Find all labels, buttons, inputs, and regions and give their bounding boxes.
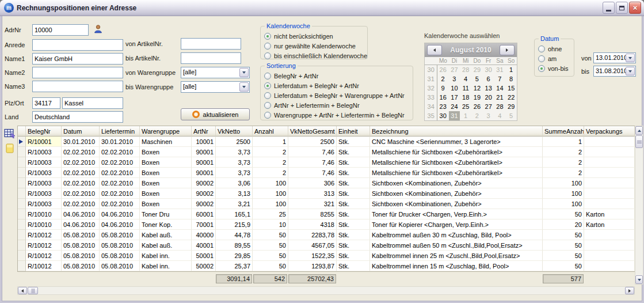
table-row[interactable]: R/1001004.06.201004.06.2010Toner Kop.700… bbox=[18, 219, 635, 230]
cell-einheit[interactable]: Stk. bbox=[337, 137, 370, 147]
cell-einheit[interactable]: Stk. bbox=[337, 251, 370, 261]
calendar-day[interactable]: 16 bbox=[437, 93, 449, 102]
name3-input[interactable] bbox=[32, 81, 123, 92]
radio-button-icon[interactable] bbox=[538, 46, 545, 52]
calendar-day[interactable]: 7 bbox=[494, 74, 506, 84]
cell-anzahl[interactable]: 50 bbox=[253, 240, 288, 251]
cell-liefertermin[interactable]: 30.01.2010 bbox=[100, 137, 140, 147]
sortierung-radio-4[interactable]: Warengruppe + ArtNr + Liefertermin + Bel… bbox=[264, 110, 413, 120]
calendar-day[interactable]: 29 bbox=[505, 102, 517, 111]
grid-view-tool-icon[interactable] bbox=[4, 128, 16, 138]
cell-summeanzahl[interactable]: 100 bbox=[543, 188, 584, 199]
cell-summeanzahl[interactable]: 2 bbox=[543, 157, 584, 168]
minimize-button[interactable] bbox=[603, 2, 615, 14]
cell-vknettogesamt[interactable]: 7,46 bbox=[288, 168, 337, 178]
cell-anzahl[interactable]: 25 bbox=[253, 209, 288, 219]
row-selector-cell[interactable] bbox=[18, 219, 26, 230]
cell-datum[interactable]: 02.02.2010 bbox=[62, 188, 100, 199]
calendar-day[interactable]: 30 bbox=[483, 65, 494, 74]
bis-date-select[interactable]: 31.08.2010 bbox=[593, 66, 636, 77]
cell-vknetto[interactable]: 3,13 bbox=[216, 188, 253, 199]
cell-liefertermin[interactable]: 05.08.2010 bbox=[100, 230, 140, 240]
calendar-day[interactable]: 6 bbox=[483, 74, 494, 84]
cell-einheit[interactable]: Stk. bbox=[337, 157, 370, 168]
cell-liefertermin[interactable]: 05.08.2010 bbox=[100, 240, 140, 251]
cell-belegnr[interactable]: R/10003 bbox=[26, 199, 62, 209]
calendar-week-number[interactable]: 34 bbox=[425, 102, 437, 111]
cell-belegnr[interactable]: R/10003 bbox=[26, 188, 62, 199]
name1-input[interactable] bbox=[32, 53, 123, 65]
cell-vknetto[interactable]: 3,73 bbox=[216, 147, 253, 157]
table-row[interactable]: R/1001205.08.201005.08.2010Kabel inn.500… bbox=[18, 261, 635, 271]
table-row[interactable]: R/1000302.02.201002.02.2010Boxen900023,1… bbox=[18, 188, 635, 199]
cell-artnr[interactable]: 10001 bbox=[192, 137, 216, 147]
sortierung-radio-3[interactable]: ArtNr + Liefertermin + BelegNr bbox=[264, 100, 413, 110]
cell-bezeichnung[interactable]: Metallschiene für Sichtboxen <Zubehörart… bbox=[370, 157, 543, 168]
calendar-day[interactable]: 31 bbox=[449, 111, 460, 120]
calendar-day[interactable]: 17 bbox=[449, 93, 460, 102]
cell-liefertermin[interactable]: 05.08.2010 bbox=[100, 251, 140, 261]
column-header-anzahl[interactable]: Anzahl bbox=[253, 126, 288, 137]
calendar-day[interactable]: 23 bbox=[437, 102, 449, 111]
cell-datum[interactable]: 02.02.2010 bbox=[62, 199, 100, 209]
radio-button-icon[interactable] bbox=[264, 112, 271, 119]
radio-button-icon[interactable] bbox=[264, 82, 271, 89]
cell-liefertermin[interactable]: 04.06.2010 bbox=[100, 209, 140, 219]
sortierung-radio-0[interactable]: BelegNr + ArtNr bbox=[264, 71, 413, 81]
cell-datum[interactable]: 05.08.2010 bbox=[62, 240, 100, 251]
cell-vknettogesamt[interactable]: 2283,78 bbox=[288, 230, 337, 240]
row-selector-cell[interactable] bbox=[18, 251, 26, 261]
cell-vknettogesamt[interactable]: 1293,87 bbox=[288, 261, 337, 271]
calendar-day[interactable]: 3 bbox=[449, 74, 460, 84]
cell-vknetto[interactable]: 3,21 bbox=[216, 199, 253, 209]
sortierung-radio-1[interactable]: Lieferdatum + BelegNr + ArtNr bbox=[264, 81, 413, 90]
calendar-day[interactable]: 3 bbox=[483, 111, 494, 120]
ort-input[interactable] bbox=[62, 97, 123, 109]
row-selector-cell[interactable] bbox=[18, 261, 26, 271]
radio-button-icon[interactable] bbox=[264, 43, 271, 50]
calendar-day[interactable]: 28 bbox=[460, 65, 471, 74]
column-header-belegnr[interactable]: BelegNr bbox=[26, 126, 62, 137]
cell-bezeichnung[interactable]: Kabeltrommel innen 25 m <Zuschl.,Bild,Po… bbox=[370, 251, 543, 261]
dropdown-arrow-icon[interactable] bbox=[239, 68, 249, 77]
cell-summeanzahl[interactable]: 100 bbox=[543, 199, 584, 209]
cell-summeanzahl[interactable]: 50 bbox=[543, 230, 584, 240]
cell-datum[interactable]: 04.06.2010 bbox=[62, 209, 100, 219]
calendar-next-month-button[interactable] bbox=[500, 45, 515, 55]
maximize-button[interactable] bbox=[616, 2, 628, 14]
adrnr-input[interactable] bbox=[32, 24, 89, 36]
cell-verpackungs[interactable] bbox=[584, 261, 635, 271]
calendar-day[interactable]: 19 bbox=[471, 93, 483, 102]
note-tool-icon[interactable] bbox=[6, 143, 14, 153]
calendar-day[interactable]: 2 bbox=[471, 111, 483, 120]
cell-vknetto[interactable]: 3,06 bbox=[216, 178, 253, 188]
datum-radio-0[interactable]: ohne bbox=[538, 44, 574, 54]
cell-vknetto[interactable]: 89,55 bbox=[216, 240, 253, 251]
column-header-artnr[interactable]: ArtNr bbox=[192, 126, 216, 137]
row-selector-cell[interactable] bbox=[18, 168, 26, 178]
cell-anzahl[interactable]: 10 bbox=[253, 219, 288, 230]
calendar-day[interactable]: 20 bbox=[483, 93, 494, 102]
table-row[interactable]: R/1001205.08.201005.08.2010Kabel auß.400… bbox=[18, 230, 635, 240]
cell-anzahl[interactable]: 100 bbox=[253, 178, 288, 188]
cell-verpackungs[interactable] bbox=[584, 168, 635, 178]
calendar-prev-month-button[interactable] bbox=[427, 45, 442, 55]
cell-bezeichnung[interactable]: Metallschiene für Sichtboxen <Zubehörart… bbox=[370, 147, 543, 157]
cell-belegnr[interactable]: R/10003 bbox=[26, 168, 62, 178]
cell-anzahl[interactable]: 2 bbox=[253, 157, 288, 168]
vertical-scrollbar[interactable] bbox=[635, 126, 643, 285]
cell-datum[interactable]: 05.08.2010 bbox=[62, 251, 100, 261]
calendar-day[interactable]: 14 bbox=[494, 84, 506, 93]
table-row[interactable]: R/1001205.08.201005.08.2010Kabel auß.400… bbox=[18, 240, 635, 251]
cell-liefertermin[interactable]: 02.02.2010 bbox=[100, 168, 140, 178]
cell-verpackungs[interactable]: Karton bbox=[584, 209, 635, 219]
von-date-select[interactable]: 13.01.2010 bbox=[593, 52, 636, 63]
cell-vknetto[interactable]: 3,73 bbox=[216, 168, 253, 178]
vertical-scrollbar-thumb[interactable] bbox=[635, 135, 643, 148]
column-header-warengruppe[interactable]: Warengruppe bbox=[140, 126, 192, 137]
cell-warengruppe[interactable]: Kabel auß. bbox=[140, 240, 192, 251]
cell-vknettogesamt[interactable]: 7,46 bbox=[288, 157, 337, 168]
cell-artnr[interactable]: 70001 bbox=[192, 219, 216, 230]
table-row[interactable]: R/1000302.02.201002.02.2010Boxen900013,7… bbox=[18, 147, 635, 157]
dropdown-arrow-icon[interactable] bbox=[626, 67, 635, 75]
